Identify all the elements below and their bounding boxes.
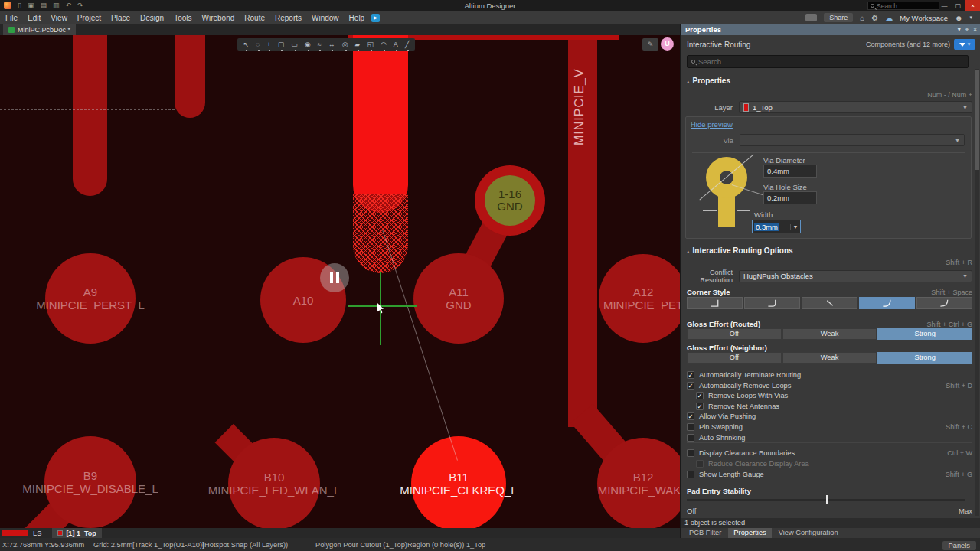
layer-tab[interactable]: [1] 1_Top xyxy=(52,528,101,538)
panel-search-input[interactable] xyxy=(698,57,943,66)
via-icon[interactable]: ◎ xyxy=(342,41,348,48)
menu-file[interactable]: File xyxy=(5,14,18,22)
pad-b11[interactable]: B11MINIPCIE_CLKREQ_L xyxy=(411,436,506,528)
scrollbar-thumb[interactable] xyxy=(975,70,979,170)
checkbox-icon[interactable] xyxy=(687,423,694,431)
section-routing-options[interactable]: ▴Interactive Routing Options xyxy=(687,246,793,255)
trace-top-2[interactable] xyxy=(175,35,205,118)
string-icon[interactable]: A xyxy=(394,41,398,48)
collaborator-avatar[interactable]: U xyxy=(661,37,674,51)
panel-pin-icon[interactable]: ⌖ xyxy=(965,24,969,35)
share-button[interactable]: Share xyxy=(824,13,853,22)
width-combo[interactable]: 0.3mm ▼ xyxy=(752,220,801,233)
corner-style-corner-90[interactable] xyxy=(687,297,743,309)
filter-scope-label[interactable]: Components (and 12 more) xyxy=(866,41,950,48)
checkbox-remove-net-antennas[interactable]: ✓Remove Net Antennas xyxy=(687,401,972,411)
panel-tab-pcb-filter[interactable]: PCB Filter xyxy=(684,528,727,538)
via-hole-input[interactable]: 0.2mm xyxy=(763,191,817,204)
panel-search[interactable] xyxy=(687,55,969,68)
corner-style-corner-90-arc[interactable] xyxy=(744,297,800,309)
layer-sets-button[interactable]: LS xyxy=(33,530,41,537)
gloss-routed-weak[interactable]: Weak xyxy=(782,328,877,340)
global-search-input[interactable] xyxy=(877,2,930,10)
move-icon[interactable]: + xyxy=(266,41,270,48)
pad-entry-slider-thumb[interactable] xyxy=(826,495,828,504)
user-avatar-icon[interactable]: ☻ xyxy=(955,14,963,22)
routed-trace-selected[interactable] xyxy=(353,35,408,213)
layer-dropdown[interactable]: 1_Top ▼ xyxy=(739,101,972,113)
checkbox-icon[interactable] xyxy=(687,471,694,478)
active-bar-toolbar[interactable]: ↖◌+▢▭◉≈↔◎▰◱◠A╱ xyxy=(237,38,415,51)
panel-tab-view-configuration[interactable]: View Configuration xyxy=(773,528,844,538)
panel-scrollbar[interactable] xyxy=(975,69,979,516)
pcb-canvas[interactable]: A9MINIPCIE_PERST_LA10A11GNDA12MINIPCIE_P… xyxy=(0,35,680,528)
filter-button[interactable]: ▾ xyxy=(954,39,975,50)
pad-b10[interactable]: B10MINIPCIE_LED_WLAN_L xyxy=(228,438,320,528)
conflict-dropdown[interactable]: HugNPush Obstacles ▼ xyxy=(739,270,972,282)
menu-place[interactable]: Place xyxy=(111,14,130,22)
gear-icon[interactable]: ⚙ xyxy=(871,14,878,22)
checkbox-icon[interactable] xyxy=(696,460,704,468)
home-icon[interactable]: ⌂ xyxy=(860,14,864,22)
select-filter-icon[interactable]: ↖ xyxy=(243,41,250,48)
pad-a9[interactable]: A9MINIPCIE_PERST_L xyxy=(45,253,136,344)
drag-scope-icon[interactable]: ◌ xyxy=(256,41,260,48)
polygon-pour-icon[interactable]: ▰ xyxy=(355,41,361,48)
gloss-routed-strong[interactable]: Strong xyxy=(877,328,972,340)
edit-pencil-icon[interactable]: ✎ xyxy=(642,38,658,51)
minimize-button[interactable]: — xyxy=(938,0,951,11)
comment-icon[interactable] xyxy=(805,14,817,21)
workspace-label[interactable]: My Workspace xyxy=(900,14,948,22)
checkbox-show-length-gauge[interactable]: Show Length GaugeShift + G xyxy=(687,470,972,480)
menu-edit[interactable]: Edit xyxy=(28,14,41,22)
checkbox-automatically-terminate-routing[interactable]: ✓Automatically Terminate Routing xyxy=(687,370,972,380)
checkbox-remove-loops-with-vias[interactable]: ✓Remove Loops With Vias xyxy=(687,391,972,401)
gloss-neighbor-weak[interactable]: Weak xyxy=(782,352,877,364)
pad-gnd-1-16[interactable]: 1-16 GND xyxy=(475,165,545,236)
pad-b9[interactable]: B9MINIPCIE_W_DISABLE_L xyxy=(44,436,136,528)
trace-left-top[interactable] xyxy=(73,35,107,196)
chevron-down-icon[interactable]: ▾ xyxy=(969,15,972,21)
menu-design[interactable]: Design xyxy=(140,14,164,22)
arc-icon[interactable]: ◠ xyxy=(381,41,387,48)
route-icon[interactable]: ≈ xyxy=(318,41,322,48)
menu-tools[interactable]: Tools xyxy=(174,14,191,22)
checkbox-reduce-clearance-display-area[interactable]: Reduce Clearance Display Area xyxy=(687,459,972,469)
maximize-button[interactable]: ▢ xyxy=(952,0,965,11)
menu-wirebond[interactable]: Wirebond xyxy=(202,14,235,22)
panel-tab-properties[interactable]: Properties xyxy=(728,528,771,538)
menu-reports[interactable]: Reports xyxy=(275,14,302,22)
panel-close-icon[interactable]: × xyxy=(973,24,977,35)
menu-route[interactable]: Route xyxy=(244,14,265,22)
gloss-neighbor-off[interactable]: Off xyxy=(687,352,782,364)
checkbox-icon[interactable]: ✓ xyxy=(687,382,694,390)
pad-b12[interactable]: B12MINIPCIE_WAKE xyxy=(597,438,680,528)
panels-button[interactable]: Panels xyxy=(942,541,976,550)
checkbox-icon[interactable]: ✓ xyxy=(687,412,694,420)
checkbox-icon[interactable]: ✓ xyxy=(696,392,704,399)
checkbox-display-clearance-boundaries[interactable]: Display Clearance BoundariesCtrl + W xyxy=(687,448,972,458)
menu-project[interactable]: Project xyxy=(77,14,101,22)
menu-view[interactable]: View xyxy=(51,14,67,22)
via-diameter-input[interactable]: 0.4mm xyxy=(763,165,817,178)
panel-menu-icon[interactable]: ▾ xyxy=(958,24,961,35)
hide-preview-link[interactable]: Hide preview xyxy=(691,120,733,129)
document-tab[interactable]: MiniPC.PcbDoc * xyxy=(3,24,76,35)
dimension-icon[interactable]: ↔ xyxy=(328,41,335,48)
menu-help[interactable]: Help xyxy=(349,14,365,22)
checkbox-allow-via-pushing[interactable]: ✓Allow Via Pushing xyxy=(687,412,972,422)
close-button[interactable]: × xyxy=(965,0,980,11)
checkbox-icon[interactable]: ✓ xyxy=(696,403,704,410)
section-properties[interactable]: ▴Properties xyxy=(687,77,730,85)
room-icon[interactable]: ▢ xyxy=(278,41,285,48)
menu-window[interactable]: Window xyxy=(312,14,339,22)
gloss-neighbor-strong[interactable]: Strong xyxy=(877,352,972,364)
corner-style-corner-45[interactable] xyxy=(802,297,858,309)
line-icon[interactable]: ╱ xyxy=(405,41,409,48)
corner-style-corner-arc[interactable] xyxy=(916,297,972,309)
pad-a11[interactable]: A11GND xyxy=(413,253,504,344)
play-icon[interactable]: ▶ xyxy=(371,14,380,22)
region-icon[interactable]: ◱ xyxy=(367,41,374,48)
checkbox-icon[interactable]: ✓ xyxy=(687,371,694,379)
pad-a12[interactable]: A12MINIPCIE_PET xyxy=(599,254,680,343)
